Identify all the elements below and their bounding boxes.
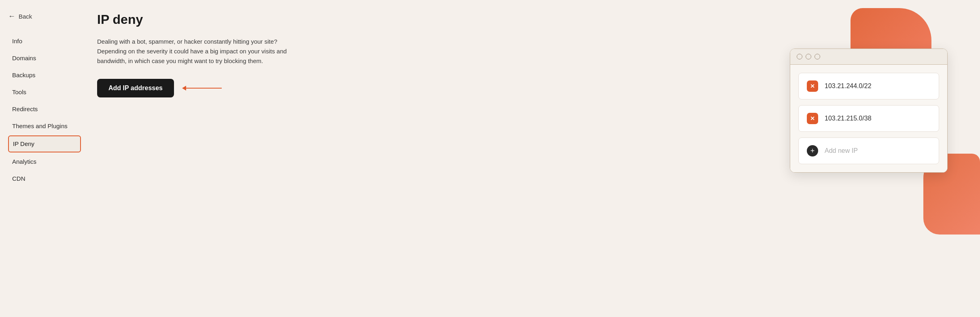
blob-top-decoration — [851, 8, 931, 73]
ip-row-2: ✕ 103.21.215.0/38 — [798, 105, 939, 132]
sidebar-item-tools[interactable]: Tools — [8, 85, 81, 100]
page-description: Dealing with a bot, spammer, or hacker c… — [97, 37, 308, 66]
sidebar-item-domains[interactable]: Domains — [8, 51, 81, 66]
ip-address-2: 103.21.215.0/38 — [825, 115, 872, 122]
browser-dot-2 — [806, 54, 811, 59]
main-content: IP deny Dealing with a bot, spammer, or … — [81, 0, 364, 317]
browser-titlebar — [790, 49, 947, 65]
add-button-row: Add IP addresses — [97, 79, 348, 97]
back-button[interactable]: ← Back — [8, 12, 81, 21]
back-label: Back — [19, 13, 32, 20]
remove-ip-2-icon[interactable]: ✕ — [807, 113, 818, 124]
add-new-ip-label: Add new IP — [825, 147, 858, 154]
sidebar: ← Back Info Domains Backups Tools Redire… — [0, 0, 81, 317]
add-ip-button[interactable]: Add IP addresses — [97, 79, 174, 97]
browser-dot-1 — [797, 54, 802, 59]
illustration-area: ✕ 103.21.244.0/22 ✕ 103.21.215.0/38 + Ad… — [745, 0, 980, 317]
blob-bottom-decoration — [923, 154, 980, 235]
sidebar-item-info[interactable]: Info — [8, 34, 81, 49]
sidebar-item-themes-plugins[interactable]: Themes and Plugins — [8, 118, 81, 134]
remove-ip-1-icon[interactable]: ✕ — [807, 80, 818, 92]
add-new-ip-row[interactable]: + Add new IP — [798, 137, 939, 164]
back-arrow-icon: ← — [8, 12, 15, 21]
sidebar-item-cdn[interactable]: CDN — [8, 171, 81, 186]
sidebar-item-analytics[interactable]: Analytics — [8, 154, 81, 169]
add-new-ip-icon: + — [807, 145, 818, 156]
arrow-indicator — [185, 88, 222, 89]
sidebar-item-backups[interactable]: Backups — [8, 68, 81, 83]
ip-address-1: 103.21.244.0/22 — [825, 82, 872, 90]
browser-window: ✕ 103.21.244.0/22 ✕ 103.21.215.0/38 + Ad… — [790, 49, 948, 173]
browser-mockup: ✕ 103.21.244.0/22 ✕ 103.21.215.0/38 + Ad… — [790, 24, 972, 173]
page-title: IP deny — [97, 12, 348, 27]
sidebar-item-ip-deny[interactable]: IP Deny — [8, 135, 81, 152]
ip-row-1: ✕ 103.21.244.0/22 — [798, 73, 939, 99]
browser-dot-3 — [815, 54, 820, 59]
arrow-line — [185, 88, 222, 89]
sidebar-item-redirects[interactable]: Redirects — [8, 101, 81, 117]
browser-body: ✕ 103.21.244.0/22 ✕ 103.21.215.0/38 + Ad… — [790, 65, 947, 172]
